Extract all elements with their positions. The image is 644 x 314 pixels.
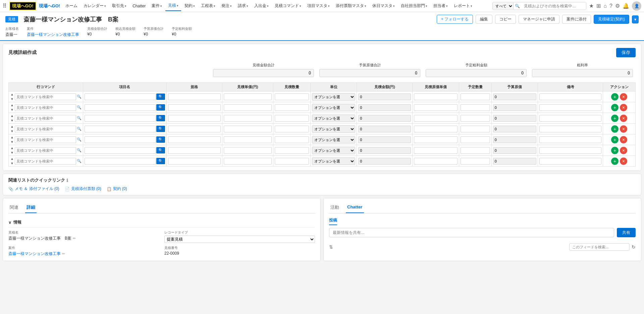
row-up-btn[interactable]: ▲ xyxy=(10,114,14,118)
add-row-btn-0[interactable]: + xyxy=(611,93,619,101)
row-up-btn[interactable]: ▲ xyxy=(10,146,14,150)
nav-schedule[interactable]: 工程表 ▾ xyxy=(198,1,218,11)
estimate-amount-input-1[interactable] xyxy=(358,104,411,111)
estimate-amount-input-0[interactable] xyxy=(358,93,411,100)
item-search-btn-3[interactable]: 🔍 xyxy=(156,126,165,132)
estimate-amount-input-3[interactable] xyxy=(358,126,411,132)
actions-dropdown-button[interactable]: ▾ xyxy=(632,15,639,23)
row-up-btn[interactable]: ▲ xyxy=(10,124,14,129)
unit-price-input-3[interactable] xyxy=(224,126,272,132)
unit-select-6[interactable]: オプションを選 xyxy=(312,158,355,165)
cost-unit-price-input-1[interactable] xyxy=(414,104,457,111)
budget-cost-input-4[interactable] xyxy=(493,136,536,143)
quantity-input-2[interactable] xyxy=(275,115,309,122)
unit-select-5[interactable]: オプションを選 xyxy=(312,147,355,154)
note-input-6[interactable] xyxy=(539,158,601,165)
item-name-input-0[interactable] xyxy=(85,93,156,100)
unit-select-2[interactable]: オプションを選 xyxy=(312,115,355,122)
record-type-select[interactable]: 提案見積 xyxy=(164,236,315,243)
nav-payments[interactable]: 入出金 ▾ xyxy=(252,1,271,11)
item-search-btn-1[interactable]: 🔍 xyxy=(156,104,165,111)
grid-icon[interactable]: ⠿ xyxy=(3,3,7,9)
command-search-input[interactable] xyxy=(15,158,76,165)
row-down-btn[interactable]: ▼ xyxy=(10,129,14,133)
command-search-input[interactable] xyxy=(15,126,76,132)
nav-department[interactable]: 自社担当部門 ▾ xyxy=(398,1,430,11)
add-row-btn-1[interactable]: + xyxy=(611,104,619,111)
help-icon[interactable]: ? xyxy=(609,3,612,9)
nav-orders[interactable]: 発注 ▾ xyxy=(219,1,234,11)
item-name-input-2[interactable] xyxy=(85,115,156,122)
home-icon[interactable]: ⌂ xyxy=(603,3,607,9)
budget-cost-input-6[interactable] xyxy=(493,158,536,165)
item-name-input-1[interactable] xyxy=(85,104,156,111)
spec-input-4[interactable] xyxy=(168,136,221,143)
unit-select-0[interactable]: オプションを選 xyxy=(312,93,355,101)
unit-price-input-5[interactable] xyxy=(224,147,272,154)
spec-input-6[interactable] xyxy=(168,158,221,165)
sort-icon[interactable]: ⇅ xyxy=(329,244,333,250)
summary-budget-total-input[interactable] xyxy=(319,69,420,77)
add-row-btn-6[interactable]: + xyxy=(611,158,619,165)
nav-holiday-master[interactable]: 休日マスタ ▾ xyxy=(370,1,397,11)
add-row-btn-3[interactable]: + xyxy=(611,125,619,133)
link-estimate-attachments[interactable]: 📄 見積添付票類 (0) xyxy=(65,186,101,192)
row-down-btn[interactable]: ▼ xyxy=(10,118,14,123)
edit-button[interactable]: 編集 xyxy=(476,15,492,24)
command-search-input[interactable] xyxy=(15,136,76,143)
nav-calendar[interactable]: カレンダー ▾ xyxy=(81,1,109,11)
nav-home[interactable]: ホーム xyxy=(63,1,80,11)
unit-select-3[interactable]: オプションを選 xyxy=(312,125,355,133)
nav-contracts[interactable]: 契約 ▾ xyxy=(182,1,198,11)
row-down-btn[interactable]: ▼ xyxy=(10,140,14,144)
follow-button[interactable]: + フォローする xyxy=(437,15,473,24)
add-row-btn-5[interactable]: + xyxy=(611,147,619,154)
estimate-amount-input-4[interactable] xyxy=(358,136,411,143)
planned-qty-input-5[interactable] xyxy=(461,147,490,154)
notifications-icon[interactable]: 🔔 xyxy=(623,3,629,9)
note-input-2[interactable] xyxy=(539,115,601,122)
favorites-icon[interactable]: ★ xyxy=(589,3,594,9)
spec-input-0[interactable] xyxy=(168,93,221,100)
quantity-input-0[interactable] xyxy=(275,93,309,100)
item-search-btn-6[interactable]: 🔍 xyxy=(156,158,165,164)
unit-select-4[interactable]: オプションを選 xyxy=(312,136,355,143)
nav-reports[interactable]: レポート ▾ xyxy=(451,1,475,11)
summary-estimate-total-input[interactable] xyxy=(213,69,314,77)
row-down-btn[interactable]: ▼ xyxy=(10,161,14,166)
item-search-btn-4[interactable]: 🔍 xyxy=(156,136,165,143)
note-input-1[interactable] xyxy=(539,104,601,111)
delete-row-btn-2[interactable]: × xyxy=(620,115,627,122)
budget-cost-input-3[interactable] xyxy=(493,126,536,132)
item-name-input-5[interactable] xyxy=(85,147,156,154)
cost-unit-price-input-0[interactable] xyxy=(414,93,457,100)
add-row-btn-4[interactable]: + xyxy=(611,136,619,143)
tab-chatter[interactable]: Chatter xyxy=(346,202,364,213)
search-input[interactable] xyxy=(521,2,586,10)
planned-qty-input-6[interactable] xyxy=(461,158,490,165)
unit-price-input-4[interactable] xyxy=(224,136,272,143)
unit-select-1[interactable]: オプションを選 xyxy=(312,104,355,111)
cost-unit-price-input-6[interactable] xyxy=(414,158,457,165)
delete-row-btn-6[interactable]: × xyxy=(620,158,627,165)
cost-unit-price-input-5[interactable] xyxy=(414,147,457,154)
cost-unit-price-input-2[interactable] xyxy=(414,115,457,122)
delete-row-btn-3[interactable]: × xyxy=(620,125,627,133)
request-link[interactable]: 斎藤一様マンション改修工事 xyxy=(27,32,79,37)
row-down-btn[interactable]: ▼ xyxy=(10,108,14,112)
nav-attachment-master[interactable]: 添付票類マスタ ▾ xyxy=(333,1,369,11)
settings-icon[interactable]: ⚙ xyxy=(615,3,620,9)
budget-cost-input-5[interactable] xyxy=(493,147,536,154)
budget-cost-input-2[interactable] xyxy=(493,115,536,122)
tab-detail[interactable]: 詳細 xyxy=(25,202,37,213)
command-search-input[interactable] xyxy=(15,115,76,122)
add-icon[interactable]: ⊞ xyxy=(596,3,601,9)
delete-row-btn-4[interactable]: × xyxy=(620,136,627,143)
delete-row-btn-5[interactable]: × xyxy=(620,147,627,154)
cost-unit-price-input-3[interactable] xyxy=(414,126,457,132)
tab-activity[interactable]: 活動 xyxy=(329,202,340,213)
planned-qty-input-0[interactable] xyxy=(461,93,490,100)
quantity-input-6[interactable] xyxy=(275,158,309,165)
info-section-header[interactable]: ∨ 情報 xyxy=(8,217,315,228)
manager-submit-button[interactable]: マネージャに申請 xyxy=(519,15,559,24)
